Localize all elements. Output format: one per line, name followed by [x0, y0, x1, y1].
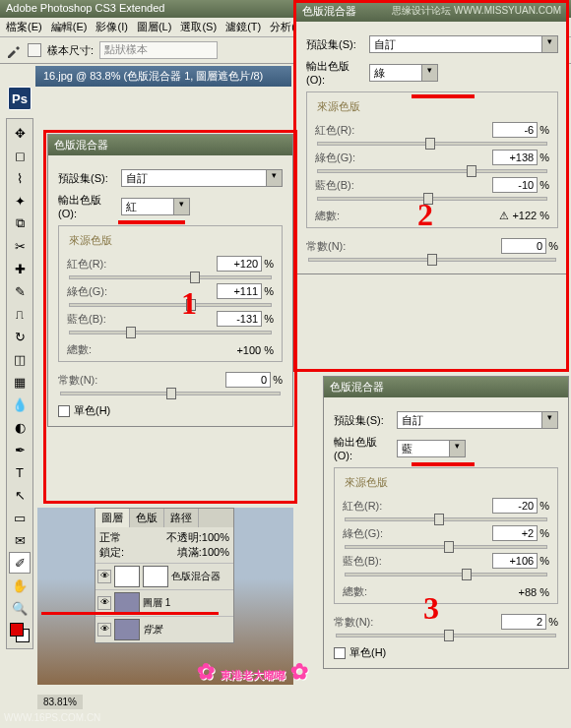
zoom-tool[interactable]: 🔍	[9, 597, 31, 619]
constant-slider-2[interactable]	[308, 258, 556, 262]
constant-slider-3[interactable]	[336, 634, 556, 637]
hand-tool[interactable]: ✋	[9, 575, 31, 596]
chevron-down-icon[interactable]: ▾	[173, 199, 189, 214]
output-combo-2[interactable]: 綠▾	[369, 64, 438, 82]
menu-image[interactable]: 影像(I)	[95, 21, 127, 32]
blue-slider-1[interactable]	[69, 331, 272, 334]
shape-tool[interactable]: ▭	[9, 507, 31, 528]
constant-slider-1[interactable]	[60, 392, 281, 395]
brush-tool[interactable]: ✎	[9, 280, 31, 302]
layers-panel: 圖層 色版 路徑 正常 不透明:100% 鎖定: 填滿:100% 👁色版混合器 …	[95, 508, 234, 643]
eye-icon[interactable]: 👁	[97, 623, 111, 637]
stamp-tool[interactable]: ⎍	[9, 303, 31, 325]
path-tool[interactable]: ↖	[9, 484, 31, 506]
total-label: 總數:	[315, 209, 340, 223]
blue-label: 藍色(B):	[315, 178, 354, 193]
type-tool[interactable]: T	[9, 461, 31, 483]
blue-input-2[interactable]	[492, 177, 538, 193]
menu-layer[interactable]: 圖層(L)	[137, 21, 171, 32]
eye-icon[interactable]: 👁	[97, 570, 111, 583]
eraser-tool[interactable]: ◫	[9, 348, 31, 370]
notes-tool[interactable]: ✉	[9, 529, 31, 551]
tool-preset-dropdown[interactable]	[28, 43, 41, 57]
menu-edit[interactable]: 編輯(E)	[51, 21, 88, 32]
history-brush-tool[interactable]: ↻	[9, 326, 31, 347]
fill-value[interactable]: 100%	[202, 546, 229, 558]
constant-input-2[interactable]	[501, 238, 546, 254]
toolbox: ✥ ◻ ⌇ ✦ ⧉ ✂ ✚ ✎ ⎍ ↻ ◫ ▦ 💧 ◐ ✒ T ↖ ▭ ✉ ✐ …	[6, 118, 33, 649]
red-input-1[interactable]	[217, 256, 262, 272]
wand-tool[interactable]: ✦	[9, 190, 31, 212]
channel-mixer-panel-1: 色版混合器 預設集(S): 自訂▾ 輸出色版(O): 紅▾ 來源色版 紅色(R)…	[47, 134, 293, 427]
red-slider-1[interactable]	[69, 275, 272, 279]
watermark-top: 思缘设计论坛 WWW.MISSYUAN.COM	[392, 4, 561, 18]
output-label: 輸出色版(O):	[334, 435, 393, 461]
eye-icon[interactable]: 👁	[97, 596, 111, 610]
output-combo-1[interactable]: 紅▾	[121, 198, 190, 215]
blue-input-1[interactable]	[217, 311, 262, 327]
layer-row-bg[interactable]: 👁背景	[95, 616, 233, 642]
blue-input-3[interactable]	[492, 553, 538, 569]
mono-checkbox-1[interactable]	[58, 405, 70, 417]
blend-mode[interactable]: 正常	[99, 531, 121, 543]
green-input-2[interactable]	[492, 150, 538, 165]
mono-checkbox-3[interactable]	[334, 647, 346, 659]
watermark-bottom: WWW.16PS.COM.CN	[4, 712, 100, 723]
constant-label: 常數(N):	[58, 373, 97, 388]
heal-tool[interactable]: ✚	[9, 258, 31, 279]
tab-layers[interactable]: 圖層	[95, 509, 130, 527]
eyedropper-tool[interactable]: ✐	[9, 552, 31, 574]
chevron-down-icon[interactable]: ▾	[266, 170, 282, 186]
green-slider-3[interactable]	[345, 545, 547, 549]
sample-size-combo[interactable]: 點狀樣本	[99, 41, 218, 59]
dodge-tool[interactable]: ◐	[9, 416, 31, 438]
preset-combo-1[interactable]: 自訂▾	[121, 169, 283, 187]
red-slider-2[interactable]	[317, 142, 547, 146]
chevron-down-icon[interactable]: ▾	[449, 441, 465, 456]
constant-input-3[interactable]	[501, 614, 546, 630]
tab-channels[interactable]: 色版	[130, 509, 164, 527]
constant-input-1[interactable]	[225, 372, 271, 388]
move-tool[interactable]: ✥	[9, 122, 31, 144]
color-swatches[interactable]	[10, 623, 30, 642]
lasso-tool[interactable]: ⌇	[9, 167, 31, 189]
blue-slider-3[interactable]	[345, 573, 547, 576]
preset-combo-2[interactable]: 自訂▾	[369, 35, 558, 53]
red-input-3[interactable]	[492, 498, 538, 514]
source-fieldset-2: 來源色版 紅色(R):% 綠色(G):% 藍色(B):% 總數:⚠ +122 %	[306, 91, 558, 228]
blur-tool[interactable]: 💧	[9, 394, 31, 415]
output-combo-3[interactable]: 藍▾	[397, 440, 466, 457]
green-slider-1[interactable]	[69, 303, 272, 307]
tab-paths[interactable]: 路徑	[164, 509, 199, 527]
marquee-tool[interactable]: ◻	[9, 145, 31, 166]
chevron-down-icon[interactable]: ▾	[541, 36, 557, 52]
red-input-2[interactable]	[492, 122, 538, 138]
pen-tool[interactable]: ✒	[9, 439, 31, 460]
menu-filter[interactable]: 濾鏡(T)	[225, 21, 261, 32]
document-tab[interactable]: 16.jpg @ 83.8% (色版混合器 1, 圖層遮色片/8)	[35, 66, 291, 87]
chevron-down-icon[interactable]: ▾	[421, 65, 437, 81]
sample-size-label: 樣本尺寸:	[47, 43, 94, 58]
gradient-tool[interactable]: ▦	[9, 371, 31, 393]
crop-tool[interactable]: ⧉	[9, 212, 31, 234]
ps-app-icon: Ps	[8, 87, 32, 110]
red-slider-3[interactable]	[345, 517, 547, 521]
source-label: 來源色版	[315, 99, 362, 114]
green-slider-2[interactable]	[317, 169, 547, 173]
green-input-1[interactable]	[217, 283, 262, 299]
chevron-down-icon[interactable]: ▾	[541, 412, 557, 428]
layer-row-mixer[interactable]: 👁色版混合器	[95, 563, 233, 589]
channel-mixer-panel-3: 色版混合器 預設集(S): 自訂▾ 輸出色版(O): 藍▾ 來源色版 紅色(R)…	[323, 376, 569, 669]
source-label: 來源色版	[67, 233, 114, 248]
slice-tool[interactable]: ✂	[9, 235, 31, 257]
opacity-value[interactable]: 100%	[202, 531, 229, 543]
menu-select[interactable]: 選取(S)	[180, 21, 217, 32]
blue-slider-2[interactable]	[317, 197, 547, 201]
layer-row-1[interactable]: 👁圖層 1	[95, 589, 233, 616]
total-value-1: +100	[236, 344, 261, 356]
blue-label: 藍色(B):	[343, 554, 382, 569]
preset-combo-3[interactable]: 自訂▾	[397, 411, 558, 429]
output-label: 輸出色版(O):	[306, 59, 365, 86]
menu-file[interactable]: 檔案(E)	[6, 21, 42, 32]
green-input-3[interactable]	[492, 525, 538, 541]
